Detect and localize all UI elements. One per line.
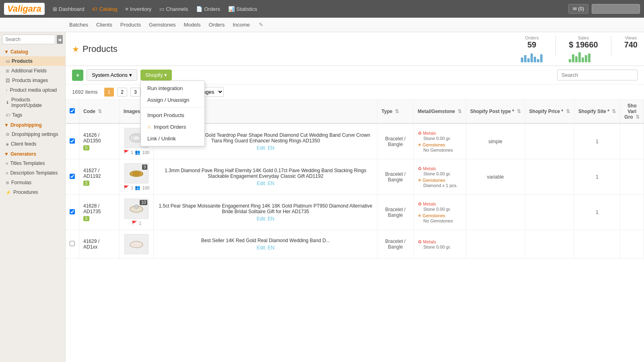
sidebar-search-area: ◀ <box>0 32 65 47</box>
row2-edit-link[interactable]: Edit: EN <box>158 181 373 186</box>
search-input[interactable] <box>557 70 638 80</box>
row2-gemstones-header: ✳ Gemstones <box>418 178 462 183</box>
row1-checkbox[interactable] <box>70 138 75 144</box>
row1-type-cell: Bracelet /Bangle <box>377 123 413 159</box>
row3-shopify-post-type <box>466 195 525 230</box>
sidebar-item-dropshipping-settings[interactable]: ⚙ Dropshipping settings <box>0 130 65 139</box>
sidebar-item-media-upload[interactable]: ↑ Product media upload <box>0 85 65 95</box>
menu-import-products[interactable]: Import Products <box>141 109 204 121</box>
shopify-dropdown-menu: Run integration Assign / Unassign Import… <box>140 80 205 146</box>
sidebar-section-generators[interactable]: ▼ Generators <box>0 149 65 158</box>
sidebar-toggle-button[interactable]: ◀ <box>57 35 63 44</box>
nav-orders[interactable]: 📄 Orders <box>196 6 220 12</box>
row2-img-placeholder[interactable]: 9 <box>124 163 149 183</box>
chart-bar <box>582 58 584 62</box>
row3-type-cell: Bracelet /Bangle <box>377 195 413 230</box>
upload-icon: ↑ <box>6 88 8 93</box>
orders-stat: Orders 59 <box>521 35 543 62</box>
row2-shopify-site: 1 <box>574 159 620 195</box>
sidebar-item-products[interactable]: ▭ Products <box>0 56 65 66</box>
shopify-button[interactable]: Shopify ▾ <box>140 70 172 80</box>
row1-var-gro <box>620 123 644 159</box>
sales-chart <box>569 50 598 62</box>
row3-img-cell: 10 🚩 1 <box>120 195 154 230</box>
feed-icon: ◈ <box>6 142 9 147</box>
nav-catalog[interactable]: 🏷 Catalog <box>92 6 117 12</box>
add-product-button[interactable]: + <box>72 70 83 81</box>
page-btn-2[interactable]: 2 <box>117 88 127 97</box>
system-actions-button[interactable]: System Actions ▾ <box>87 69 137 81</box>
row2-shopify-badge: S <box>83 181 89 186</box>
row2-checkbox[interactable] <box>70 174 75 179</box>
subnav-orders[interactable]: Orders <box>208 19 225 31</box>
row4-code: 41629 /AD1xx <box>83 239 115 250</box>
row1-metals-value: Stone 0.00 gr. <box>423 136 462 141</box>
col-shopify-var-gro[interactable]: ShoVariGro ⇅ <box>620 100 644 123</box>
row1-img-flags: 🚩 1 👥 100 <box>124 150 149 155</box>
row3-img-placeholder[interactable]: 10 <box>124 199 149 219</box>
menu-link-unlink[interactable]: Link / Unlink <box>141 133 204 144</box>
row4-var-gro <box>620 230 644 259</box>
subnav-batches[interactable]: Batches <box>68 19 89 31</box>
subnav-products[interactable]: Products <box>120 19 142 31</box>
nav-channels[interactable]: ▭ Channels <box>159 6 188 12</box>
header-checkbox[interactable] <box>70 108 75 113</box>
row3-edit-link[interactable]: Edit: EN <box>158 216 373 222</box>
sidebar-item-procedures[interactable]: ⚡ Procedures <box>0 187 65 197</box>
edit-icon[interactable]: ✎ <box>259 22 263 28</box>
row2-flag-count: 1 <box>131 185 133 190</box>
subnav-clients[interactable]: Clients <box>95 19 113 31</box>
page-btn-1[interactable]: 1 <box>104 88 114 97</box>
col-type[interactable]: Type ⇅ <box>377 100 413 123</box>
subnav-income[interactable]: Income <box>232 19 251 31</box>
views-stat: Views 740 <box>624 35 638 49</box>
nav-right: ✉ (0) <box>568 4 640 14</box>
sidebar-item-titles-templates[interactable]: ≡ Titles Templates <box>0 158 65 168</box>
sidebar-item-products-images[interactable]: 🖼 Products images <box>0 76 65 85</box>
settings-icon: ⚙ <box>6 132 10 137</box>
chart-bar <box>588 53 590 62</box>
col-code[interactable]: Code ⇅ <box>79 100 120 123</box>
sidebar-item-description-templates[interactable]: ≡ Description Templates <box>0 168 65 178</box>
col-shopify-price[interactable]: Shopify Price * ⇅ <box>525 100 574 123</box>
sidebar-section-dropshipping[interactable]: ▼ Dropshipping <box>0 120 65 130</box>
nav-statistics[interactable]: 📊 Statistics <box>228 6 257 12</box>
nav-dashboard[interactable]: ⊞ Dashboard <box>53 6 85 12</box>
row4-checkbox[interactable] <box>70 241 75 246</box>
subnav-models[interactable]: Models <box>183 19 202 31</box>
row4-img-placeholder[interactable] <box>124 234 149 254</box>
page-btn-3[interactable]: 3 <box>130 88 140 97</box>
nav-inventory[interactable]: ≡ Inventory <box>125 6 151 12</box>
svg-point-5 <box>134 205 138 209</box>
procedure-icon: ⚡ <box>6 190 11 195</box>
flag-icon: 🚩 <box>124 150 129 155</box>
col-shopify-site[interactable]: Shopify Site * ⇅ <box>574 100 620 123</box>
menu-run-integration[interactable]: Run integration <box>141 82 204 94</box>
col-shopify-post-type[interactable]: Shopify Post type * ⇅ <box>466 100 525 123</box>
subnav-gemstones[interactable]: Gemstones <box>148 19 176 31</box>
search-input[interactable] <box>2 35 55 44</box>
menu-import-orders[interactable]: ⚠ Import Orders <box>141 121 204 133</box>
row2-metal-cell: ♻ Metals Stone 0.00 gr. ✳ Gemstones Diam… <box>413 159 466 195</box>
sidebar-item-formulas[interactable]: ⊕ Formulas <box>0 178 65 187</box>
row3-checkbox[interactable] <box>70 209 75 214</box>
sidebar-section-catalog[interactable]: ▼ Catalog <box>0 47 65 56</box>
table-row: 41628 /AD1735 S 10 <box>66 195 644 230</box>
sort-icon: ⇅ <box>566 109 570 114</box>
sidebar-item-tags[interactable]: 🏷 Tags <box>0 110 65 120</box>
row4-shopify-price <box>525 230 574 259</box>
mail-button[interactable]: ✉ (0) <box>568 4 588 14</box>
sort-icon: ⇅ <box>458 109 462 114</box>
row3-metals-header: ♻ Metals <box>418 202 462 207</box>
col-metal-gemstone[interactable]: Metal/Gemstone ⇅ <box>413 100 466 123</box>
row2-title: 1.3mm Diamond Pave Ring Half Eternity 14… <box>158 168 373 179</box>
favorite-star-icon[interactable]: ★ <box>72 44 79 54</box>
top-action-button[interactable] <box>592 4 640 14</box>
sidebar-item-client-feeds[interactable]: ◈ Client feeds <box>0 139 65 149</box>
menu-assign-unassign[interactable]: Assign / Unassign <box>141 94 204 106</box>
sidebar-item-additional-fields[interactable]: ⊞ Additional Fields <box>0 66 65 76</box>
sidebar-item-import[interactable]: ⬇ Products Import/Update <box>0 95 65 110</box>
formula-icon: ⊕ <box>6 180 9 185</box>
row4-edit-link[interactable]: Edit: EN <box>158 245 373 251</box>
row1-metal-cell: ♻ Metals Stone 0.00 gr. ✳ Gemstones No G… <box>413 123 466 159</box>
